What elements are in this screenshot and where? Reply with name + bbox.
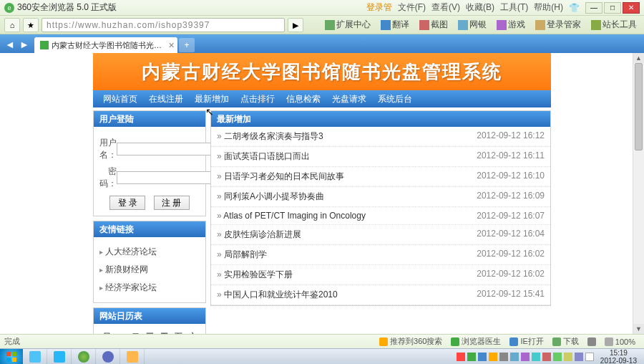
tab-favicon-icon <box>40 41 49 49</box>
maximize-button[interactable]: □ <box>604 2 621 14</box>
forward-button[interactable]: ► <box>17 37 31 52</box>
wrench-icon <box>591 20 601 30</box>
fav-button[interactable]: ★ <box>23 18 39 32</box>
browser-title: 360安全浏览器 5.0 正式版 <box>17 1 117 14</box>
minimize-button[interactable]: — <box>585 2 602 14</box>
tab-close-button[interactable]: ✕ <box>168 41 175 50</box>
login-mgr-button[interactable]: 登录管家 <box>532 17 584 32</box>
browser-menu: 登录管 文件(F) 查看(V) 收藏(B) 工具(T) 帮助(H) 👕 <box>366 1 580 14</box>
scissors-icon <box>419 20 429 30</box>
home-button[interactable]: ⌂ <box>4 18 20 32</box>
ext-center-button[interactable]: 扩展中心 <box>322 17 374 32</box>
tab-bar: ◄ ► 内蒙古财经大学图书馆随书光盘管理… ✕ + <box>0 34 644 53</box>
globe-icon <box>381 20 391 30</box>
browser-toolbar: 扩展中心 翻译 截图 网银 游戏 登录管家 站长工具 <box>322 17 640 32</box>
tab-title: 内蒙古财经大学图书馆随书光盘管理… <box>52 40 163 51</box>
translate-button[interactable]: 翻译 <box>378 17 412 32</box>
browser-favicon-icon: e <box>4 3 14 13</box>
back-button[interactable]: ◄ <box>3 37 17 52</box>
new-tab-button[interactable]: + <box>179 38 195 52</box>
bank-button[interactable]: 网银 <box>455 17 489 32</box>
key-icon <box>535 20 545 30</box>
browser-titlebar: e 360安全浏览器 5.0 正式版 登录管 文件(F) 查看(V) 收藏(B)… <box>0 0 644 16</box>
tab-active[interactable]: 内蒙古财经大学图书馆随书光盘管理… ✕ <box>34 37 177 53</box>
go-button[interactable]: ▶ <box>288 18 303 32</box>
game-icon <box>497 20 507 30</box>
screenshot-button[interactable]: 截图 <box>416 17 451 32</box>
menu-login[interactable]: 登录管 <box>366 1 392 14</box>
bank-icon <box>458 20 468 30</box>
close-button[interactable]: ✕ <box>623 2 640 14</box>
menu-view[interactable]: 查看(V) <box>431 1 460 14</box>
menu-fav[interactable]: 收藏(B) <box>466 1 494 14</box>
skin-icon[interactable]: 👕 <box>569 3 580 13</box>
window-controls: — □ ✕ <box>585 2 640 14</box>
menu-file[interactable]: 文件(F) <box>398 1 426 14</box>
address-bar: ⌂ ★ https://www.huzhan.com/ishop39397 ▶ … <box>0 16 644 34</box>
url-input[interactable]: https://www.huzhan.com/ishop39397 <box>42 18 285 32</box>
menu-help[interactable]: 帮助(H) <box>534 1 563 14</box>
game-button[interactable]: 游戏 <box>494 17 528 32</box>
menu-tools[interactable]: 工具(T) <box>500 1 528 14</box>
webmaster-button[interactable]: 站长工具 <box>588 17 640 32</box>
puzzle-icon <box>325 20 335 30</box>
